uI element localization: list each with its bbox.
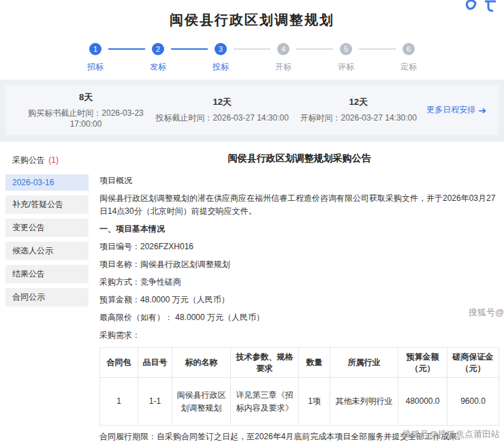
- cell-budget-yuan: 480000.0: [398, 378, 447, 426]
- step-opening[interactable]: 4 开标: [270, 43, 296, 73]
- sidebar-item-label: 合同公示: [12, 292, 45, 302]
- watermark-mid: 搜狐号@搜狐焦点莆田站: [469, 306, 504, 319]
- sidebar-item-candidate-publicity[interactable]: 候选人公示: [5, 242, 89, 260]
- col-subject-name: 标的名称: [172, 348, 231, 378]
- schedule-opening-time: 12天 开标时间：2026-03-27 14:30:00: [290, 96, 426, 124]
- sidebar-item-change-announcement[interactable]: 变更公告: [5, 219, 89, 237]
- corner-logo-icon: [463, 0, 501, 14]
- table-header-row: 合同包 品目号 标的名称 技术参数、规格要求 数量 所属行业 预算金额 （元） …: [100, 348, 499, 378]
- cell-deposit-yuan: 9600.0: [447, 378, 499, 426]
- sidebar-item-label: 候选人公示: [12, 246, 53, 255]
- sidebar-item-supplement-qa[interactable]: 补充/答疑公告: [5, 195, 89, 214]
- progress-stepper: 1 招标 2 发标 3 投标 4 开标 5 评标 6 定标: [0, 29, 504, 80]
- corner-logo-svg: [463, 0, 501, 14]
- opening-time-label: 开标时间：: [300, 113, 341, 123]
- step-award[interactable]: 6 定标: [396, 43, 422, 73]
- field-project-name: 项目名称：闽侯县行政区划调整规划: [99, 258, 499, 271]
- announcement-content: 闽侯县行政区划调整规划采购公告 项目概况 闽侯县行政区划调整规划的潜在供应商应在…: [89, 151, 504, 444]
- col-industry: 所属行业: [330, 348, 398, 378]
- step-bid[interactable]: 3 投标: [208, 43, 234, 73]
- table-row: 1 1-1 闽侯县行政区划调整规划 详见第三章《招标内容及要求》 1项 其他未列…: [100, 378, 499, 426]
- more-schedule-label: 更多日程安排: [426, 104, 475, 116]
- schedule-bar: 8天 购买标书截止时间：2026-03-23 17:00:00 12天 投标截止…: [5, 85, 499, 135]
- step-award-label: 定标: [400, 61, 417, 73]
- bid-deadline-label: 投标截止时间：: [155, 113, 212, 123]
- cell-subject-name: 闽侯县行政区划调整规划: [172, 378, 231, 426]
- cell-contract-package: 1: [100, 378, 138, 426]
- col-deposit-yuan: 磋商保证金 （元）: [447, 348, 499, 378]
- field-budget-amount: 预算金额：48.0000 万元（人民币）: [99, 294, 499, 306]
- overview-text: 闽侯县行政区划调整规划的潜在供应商应在福州信睿工程造价咨询有限公司获取采购文件，…: [99, 192, 499, 218]
- bid-deadline-time: 2026-03-27 14:30:00: [212, 113, 288, 123]
- sidebar-item-label: 2026-03-16: [12, 178, 54, 187]
- step-connector: [296, 48, 333, 50]
- step-opening-circle: 4: [277, 43, 289, 55]
- step-evaluation-label: 评标: [338, 61, 354, 73]
- cell-item-number: 1-1: [138, 378, 172, 426]
- sidebar-item-announcement-date[interactable]: 2026-03-16: [5, 174, 89, 191]
- step-evaluation-circle: 5: [340, 43, 352, 55]
- step-issue[interactable]: 2 发标: [145, 43, 171, 73]
- opening-time-value: 2026-03-27 14:30:00: [341, 113, 417, 123]
- arrow-right-icon: ➔: [478, 105, 486, 116]
- page-header: 闽侯县行政区划调整规划: [0, 0, 504, 29]
- step-bid-circle: 3: [215, 43, 227, 55]
- opening-days-remaining: 12天: [290, 96, 426, 108]
- main-area: 采购公告 (1) 2026-03-16 补充/答疑公告 变更公告 候选人公示 结…: [0, 142, 504, 444]
- cell-quantity: 1项: [299, 378, 330, 426]
- step-opening-label: 开标: [275, 61, 292, 73]
- field-max-price: 最高限价（如有）： 48.0000 万元（人民币）: [99, 311, 499, 324]
- watermark-bottom: 搜狐号@搜狐焦点莆田站: [403, 428, 500, 441]
- purchase-deadline-label: 购买标书截止时间：: [28, 108, 101, 118]
- step-tender-circle: 1: [89, 43, 101, 55]
- sidebar-item-label: 采购公告: [12, 155, 45, 165]
- sidebar-item-result-announcement[interactable]: 结果公告: [5, 265, 89, 283]
- field-procurement-method: 采购方式：竞争性磋商: [99, 276, 499, 289]
- field-procurement-demand: 采购需求：: [99, 329, 499, 342]
- sidebar-item-label: 结果公告: [12, 269, 45, 279]
- col-contract-package: 合同包: [100, 348, 138, 378]
- step-issue-label: 发标: [150, 61, 166, 73]
- step-bid-label: 投标: [212, 61, 229, 73]
- announcement-title: 闽侯县行政区划调整规划采购公告: [99, 153, 499, 165]
- col-budget-yuan: 预算金额 （元）: [398, 348, 447, 378]
- bid-deadline-text: 投标截止时间：2026-03-27 14:30:00: [154, 112, 290, 124]
- step-award-circle: 6: [403, 43, 415, 55]
- page-title: 闽侯县行政区划调整规划: [0, 11, 504, 29]
- sidebar: 采购公告 (1) 2026-03-16 补充/答疑公告 变更公告 候选人公示 结…: [5, 151, 89, 444]
- step-connector: [359, 48, 396, 50]
- sidebar-item-label: 补充/答疑公告: [12, 200, 63, 209]
- sidebar-item-contract-publicity[interactable]: 合同公示: [5, 288, 89, 306]
- bid-days-remaining: 12天: [154, 96, 290, 108]
- cell-industry: 其他未列明行业: [330, 378, 398, 426]
- step-tender[interactable]: 1 招标: [82, 43, 108, 73]
- step-connector: [234, 48, 270, 50]
- col-quantity: 数量: [299, 348, 330, 378]
- cell-tech-specs: 详见第三章《招标内容及要求》: [231, 378, 299, 426]
- more-schedule-link[interactable]: 更多日程安排 ➔: [426, 104, 486, 116]
- opening-time-text: 开标时间：2026-03-27 14:30:00: [290, 112, 426, 124]
- step-connector: [108, 48, 145, 50]
- sidebar-item-label: 变更公告: [12, 223, 45, 232]
- sidebar-item-procurement-announcement[interactable]: 采购公告 (1): [5, 151, 89, 170]
- purchase-deadline-text: 购买标书截止时间：2026-03-23 17:00:00: [18, 108, 154, 129]
- col-tech-specs: 技术参数、规格要求: [231, 348, 299, 378]
- schedule-bid-deadline: 12天 投标截止时间：2026-03-27 14:30:00: [154, 96, 290, 124]
- procurement-table: 合同包 品目号 标的名称 技术参数、规格要求 数量 所属行业 预算金额 （元） …: [99, 347, 499, 426]
- step-evaluation[interactable]: 5 评标: [333, 43, 359, 73]
- purchase-days-remaining: 8天: [18, 91, 154, 104]
- step-tender-label: 招标: [87, 61, 104, 73]
- col-item-number: 品目号: [138, 348, 172, 378]
- schedule-purchase-deadline: 8天 购买标书截止时间：2026-03-23 17:00:00: [18, 91, 154, 129]
- step-connector: [171, 48, 208, 50]
- announcement-count-badge: (1): [48, 155, 59, 165]
- overview-heading: 项目概况: [99, 174, 499, 187]
- step-issue-circle: 2: [152, 43, 164, 55]
- field-project-number: 项目编号：2026FZXH016: [99, 240, 499, 253]
- section1-heading: 一、项目基本情况: [99, 223, 499, 236]
